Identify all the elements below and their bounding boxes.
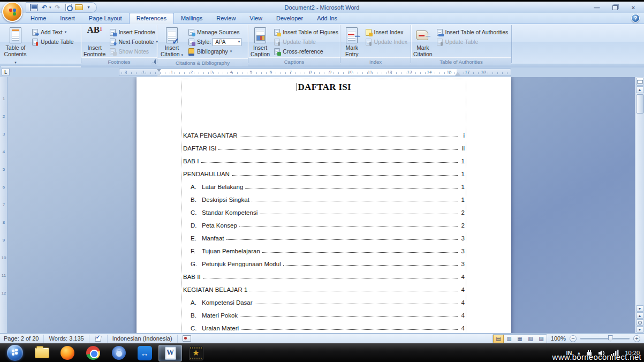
toc-entry-text: Deskripsi Singkat bbox=[202, 197, 250, 203]
tab-home[interactable]: Home bbox=[24, 13, 53, 24]
restore-button[interactable] bbox=[609, 4, 622, 11]
zoom-slider[interactable] bbox=[580, 338, 630, 340]
toc-entry-text: BAB II bbox=[183, 274, 201, 280]
ruler-toggle-button[interactable] bbox=[636, 78, 644, 86]
toc-entry-text: KEGIATAN BELAJAR 1 bbox=[183, 286, 248, 293]
firefox-icon[interactable] bbox=[56, 345, 79, 361]
zoom-in-button[interactable]: + bbox=[633, 335, 640, 342]
tab-insert[interactable]: Insert bbox=[53, 13, 82, 24]
ruler-number: 9 bbox=[329, 70, 331, 74]
media-player-icon[interactable]: ★ bbox=[184, 345, 208, 361]
ruler-number: 11 bbox=[368, 70, 372, 74]
windows-explorer-icon[interactable] bbox=[30, 345, 54, 361]
word-count[interactable]: Words: 3.135 bbox=[44, 335, 89, 343]
mark-citation-button[interactable]: MarkCitation bbox=[413, 26, 433, 57]
select-browse-object-button[interactable] bbox=[636, 319, 644, 326]
outline-view-button[interactable]: ▧ bbox=[525, 335, 536, 343]
add-text-button[interactable]: Add Text▾ bbox=[29, 27, 75, 37]
toc-entry-page: ii bbox=[459, 145, 465, 152]
left-indent-marker[interactable] bbox=[157, 69, 162, 77]
toc-entry-text: Peta Konsep bbox=[202, 222, 238, 229]
language-indicator[interactable]: Indonesian (Indonesia) bbox=[108, 335, 178, 343]
tab-mailings[interactable]: Mailings bbox=[174, 13, 209, 24]
zoom-level[interactable]: 100% bbox=[551, 335, 566, 342]
page-indicator[interactable]: Page: 2 of 20 bbox=[4, 335, 44, 343]
next-page-button[interactable]: ▼ bbox=[636, 326, 644, 333]
proofing-status[interactable] bbox=[89, 335, 108, 343]
scroll-down-button[interactable]: ▼ bbox=[636, 305, 644, 312]
tab-stop-selector[interactable]: L bbox=[2, 68, 10, 76]
close-button[interactable]: × bbox=[627, 4, 640, 11]
cit-icon bbox=[163, 27, 180, 44]
table-of-authorities-body: MarkCitationInsert Table of AuthoritiesU… bbox=[411, 25, 511, 57]
document-page[interactable]: DAFTAR ISI KATA PENGANTARiDAFTAR ISIiiBA… bbox=[137, 77, 511, 333]
zoom-slider-thumb[interactable] bbox=[608, 335, 613, 342]
undo-icon[interactable] bbox=[40, 3, 49, 12]
toc-entry-page: i bbox=[459, 132, 465, 139]
insert-citation-button[interactable]: InsertCitation ▾ bbox=[160, 26, 184, 58]
chromium-icon[interactable] bbox=[107, 345, 131, 361]
title-bar: ▾ Document2 - Microsoft Word — × bbox=[0, 0, 644, 13]
web-layout-view-button[interactable]: ▦ bbox=[514, 335, 525, 343]
redo-icon[interactable] bbox=[54, 3, 62, 12]
start-button[interactable] bbox=[2, 345, 28, 361]
print-layout-view-button[interactable]: ▤ bbox=[493, 335, 504, 343]
next-footnote-button[interactable]: Next Footnote▾ bbox=[107, 37, 159, 47]
quick-access-toolbar: ▾ bbox=[26, 2, 97, 13]
toc-entry-letter: B. bbox=[191, 197, 202, 203]
ruler-number: 2 bbox=[125, 70, 127, 74]
insert-table-of-figures-button[interactable]: Insert Table of Figures bbox=[271, 27, 340, 37]
previous-page-button[interactable]: ▲ bbox=[636, 312, 644, 319]
mark-entry-button[interactable]: MarkEntry bbox=[343, 26, 361, 57]
insert-index-button[interactable]: Insert Index bbox=[363, 27, 409, 37]
addtext-icon bbox=[31, 28, 39, 36]
undo-dropdown-icon[interactable]: ▾ bbox=[49, 5, 51, 10]
toc-entry-page: 1 bbox=[459, 197, 465, 203]
dot-leader bbox=[255, 304, 458, 304]
vertical-scrollbar[interactable]: ▲ ▼ ▲ ▼ bbox=[635, 77, 644, 333]
toc-entry-text: Uraian Materi bbox=[202, 325, 239, 331]
manage-sources-button[interactable]: Manage Sources bbox=[186, 27, 243, 37]
crossref-icon bbox=[273, 48, 281, 56]
toc-entry: A.Latar Belakang1 bbox=[183, 177, 465, 190]
tab-review[interactable]: Review bbox=[209, 13, 243, 24]
macro-record-status[interactable] bbox=[178, 335, 196, 343]
draft-view-button[interactable]: ▨ bbox=[536, 335, 547, 343]
bibliography-button[interactable]: Bibliography▾ bbox=[186, 47, 243, 56]
tab-add-ins[interactable]: Add-Ins bbox=[310, 13, 344, 24]
cross-reference-button[interactable]: Cross-reference bbox=[271, 47, 340, 56]
word-taskbar-icon[interactable]: W bbox=[158, 345, 182, 361]
insert-footnote-button[interactable]: AB1InsertFootnote bbox=[84, 26, 105, 57]
scrollbar-thumb[interactable] bbox=[636, 94, 644, 114]
help-button[interactable]: ? bbox=[631, 14, 640, 22]
footnotes-dialog-launcher[interactable] bbox=[151, 59, 156, 64]
tab-references[interactable]: References bbox=[129, 13, 174, 24]
customize-quick-access-icon[interactable] bbox=[86, 3, 92, 12]
tab-view[interactable]: View bbox=[243, 13, 269, 24]
word-glyph: W bbox=[165, 346, 176, 360]
insert-table-of-authorities-button[interactable]: Insert Table of Authorities bbox=[434, 27, 510, 37]
insert-caption-button[interactable]: InsertCaption bbox=[251, 26, 270, 57]
minimize-button[interactable]: — bbox=[590, 4, 603, 11]
zoom-out-button[interactable]: − bbox=[570, 335, 577, 342]
mark-citation-button-label: MarkCitation bbox=[413, 44, 433, 57]
style-select[interactable]: APA▾ bbox=[213, 38, 241, 46]
right-indent-marker[interactable] bbox=[455, 69, 460, 76]
print-preview-icon[interactable] bbox=[64, 3, 73, 12]
office-button[interactable] bbox=[2, 2, 22, 22]
chrome-icon[interactable] bbox=[81, 345, 105, 361]
group-table-of-authorities: MarkCitationInsert Table of AuthoritiesU… bbox=[411, 25, 512, 63]
open-icon[interactable] bbox=[75, 3, 84, 12]
tab-page-layout[interactable]: Page Layout bbox=[82, 13, 129, 24]
insert-endnote-button[interactable]: Insert Endnote bbox=[107, 27, 159, 37]
teamviewer-icon[interactable]: ↔ bbox=[133, 345, 156, 361]
update-table-button[interactable]: Update Table bbox=[29, 37, 75, 47]
toc-entry-letter: D. bbox=[191, 222, 202, 229]
save-icon[interactable] bbox=[29, 3, 38, 12]
table-of-contents-button[interactable]: Table ofContents ▾ bbox=[3, 26, 28, 66]
dot-leader bbox=[262, 252, 458, 253]
toc-entry-text: Materi Pokok bbox=[202, 312, 238, 319]
tab-developer[interactable]: Developer bbox=[269, 13, 310, 24]
full-screen-reading-view-button[interactable]: ▥ bbox=[504, 335, 514, 343]
scroll-up-button[interactable]: ▲ bbox=[636, 86, 644, 93]
